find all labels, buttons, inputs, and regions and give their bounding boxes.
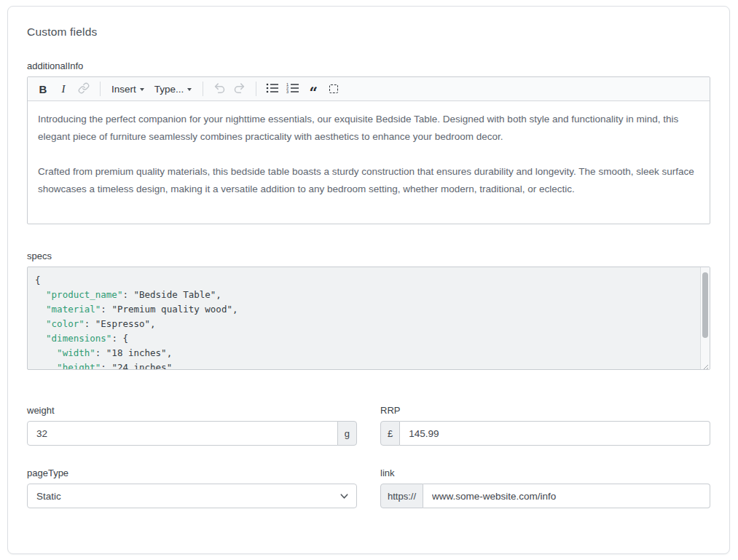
numbered-list-icon: 1 2 3 xyxy=(286,82,299,96)
specs-field: specs { "product_name": "Bedside Table",… xyxy=(27,251,710,370)
insert-dropdown-label: Insert xyxy=(111,84,136,95)
undo-icon xyxy=(213,82,226,97)
bold-button[interactable]: B xyxy=(34,79,52,98)
specs-scrollbar[interactable] xyxy=(700,267,710,369)
rrp-field: RRP £ xyxy=(380,405,710,446)
toolbar-divider xyxy=(203,82,203,96)
specs-code: { "product_name": "Bedside Table", "mate… xyxy=(35,273,695,370)
chevron-down-icon xyxy=(187,88,192,91)
protocol-addon: https:// xyxy=(380,484,423,508)
page-type-label: pageType xyxy=(27,468,357,478)
chevron-down-icon xyxy=(140,88,144,91)
bullet-list-button[interactable] xyxy=(263,79,282,98)
toolbar-divider xyxy=(100,82,101,96)
insert-dropdown[interactable]: Insert xyxy=(107,79,149,98)
type-dropdown-label: Type... xyxy=(154,84,184,95)
undo-button[interactable] xyxy=(210,79,229,98)
weight-unit-addon: g xyxy=(337,421,357,446)
link-icon xyxy=(78,82,90,96)
link-button[interactable] xyxy=(74,79,93,98)
redo-button[interactable] xyxy=(230,79,249,98)
fields-grid: weight g RRP £ pageType Static xyxy=(27,405,710,508)
specs-label: specs xyxy=(27,251,710,261)
custom-fields-card: Custom fields additionalInfo B I xyxy=(7,6,730,554)
link-input[interactable] xyxy=(423,484,710,508)
editor-toolbar: B I Insert xyxy=(28,77,710,101)
code-block-button[interactable] xyxy=(324,79,343,98)
page-type-field: pageType Static xyxy=(27,468,357,508)
editor-paragraph: Crafted from premium quality materials, … xyxy=(38,163,699,198)
specs-textarea[interactable]: { "product_name": "Bedside Table", "mate… xyxy=(27,267,710,370)
currency-addon: £ xyxy=(380,421,400,446)
svg-text:3: 3 xyxy=(286,90,288,94)
toolbar-divider xyxy=(256,82,256,96)
blockquote-icon: “ xyxy=(310,82,318,96)
link-field: link https:// xyxy=(380,468,710,508)
bold-icon: B xyxy=(39,83,47,95)
additional-info-label: additionalInfo xyxy=(27,60,710,71)
italic-button[interactable]: I xyxy=(54,79,73,98)
section-title: Custom fields xyxy=(27,25,710,39)
bullet-list-icon xyxy=(266,82,279,96)
editor-content[interactable]: Introducing the perfect companion for yo… xyxy=(28,101,710,224)
dashed-square-icon xyxy=(329,84,338,93)
scrollbar-thumb[interactable] xyxy=(702,272,708,338)
italic-icon: I xyxy=(62,83,66,95)
rrp-input[interactable] xyxy=(400,421,710,446)
weight-label: weight xyxy=(27,405,357,416)
additional-info-field: additionalInfo B I xyxy=(27,60,710,224)
rich-text-editor: B I Insert xyxy=(27,76,710,224)
page-type-select[interactable]: Static xyxy=(27,484,357,508)
rrp-label: RRP xyxy=(380,405,710,416)
blockquote-button[interactable]: “ xyxy=(304,79,323,98)
type-dropdown[interactable]: Type... xyxy=(150,79,197,98)
numbered-list-button[interactable]: 1 2 3 xyxy=(283,79,302,98)
weight-input[interactable] xyxy=(27,421,338,446)
weight-field: weight g xyxy=(27,405,357,446)
link-label: link xyxy=(380,468,710,478)
redo-icon xyxy=(233,82,246,97)
resize-grip-icon[interactable] xyxy=(701,360,709,368)
editor-paragraph: Introducing the perfect companion for yo… xyxy=(38,111,699,146)
page: Custom fields additionalInfo B I xyxy=(0,0,738,560)
